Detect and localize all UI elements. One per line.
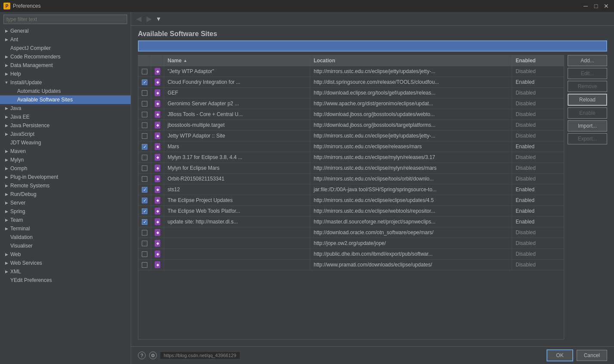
row-checkbox-13[interactable]: ✓ [138, 206, 151, 216]
sidebar-item-code-rec[interactable]: ▶Code Recommenders [0, 52, 131, 61]
table-row[interactable]: ◈jbosstools-multiple.targethttp://downlo… [138, 120, 564, 131]
row-checkbox-9[interactable] [138, 163, 151, 173]
close-button[interactable]: ✕ [602, 2, 611, 10]
row-checkbox-1[interactable]: ✓ [138, 77, 151, 87]
checkbox-11[interactable]: ✓ [142, 187, 147, 193]
table-row[interactable]: ◈Geronimo Server Adapter p2 ...http://ww… [138, 98, 564, 109]
sidebar-filter-input[interactable] [3, 15, 127, 24]
back-button[interactable]: ◀ [134, 14, 143, 24]
checkbox-0[interactable] [142, 69, 147, 74]
checkbox-4[interactable] [142, 112, 147, 117]
row-checkbox-18[interactable] [138, 260, 151, 270]
row-checkbox-7[interactable]: ✓ [138, 141, 151, 152]
maximize-button[interactable]: □ [592, 2, 600, 10]
checkbox-16[interactable] [142, 241, 147, 246]
table-row[interactable]: ◈http://download.oracle.com/otn_software… [138, 227, 564, 238]
checkbox-10[interactable] [142, 176, 147, 182]
table-row[interactable]: ◈JBoss Tools - Core + Central U...http:/… [138, 109, 564, 120]
row-checkbox-2[interactable] [138, 88, 151, 98]
table-row[interactable]: ◈GEFhttp://download.eclipse.org/tools/ge… [138, 88, 564, 98]
row-checkbox-11[interactable]: ✓ [138, 184, 151, 195]
add-button[interactable]: Add... [568, 55, 607, 66]
row-checkbox-17[interactable] [138, 249, 151, 259]
sidebar-item-general[interactable]: ▶General [0, 27, 131, 35]
col-name[interactable]: Name ▲ [164, 55, 310, 66]
sidebar-item-data-mgmt[interactable]: ▶Data Management [0, 61, 131, 70]
content-filter-input[interactable]: type filter text [138, 40, 607, 52]
table-row[interactable]: ◈http://www.pramati.com/downloads/eclips… [138, 260, 564, 270]
row-checkbox-0[interactable] [138, 66, 151, 76]
export-button[interactable]: Export... [568, 133, 607, 144]
sidebar-item-spring[interactable]: ▶Spring [0, 207, 131, 216]
ok-button[interactable]: OK [547, 349, 573, 361]
sidebar-item-remote-sys[interactable]: ▶Remote Systems [0, 181, 131, 190]
sidebar-item-visualiser[interactable]: Visualiser [0, 242, 131, 250]
checkbox-8[interactable] [142, 155, 147, 160]
sidebar-item-help[interactable]: ▶Help [0, 70, 131, 78]
sidebar-item-java[interactable]: ▶Java [0, 104, 131, 113]
checkbox-17[interactable] [142, 251, 147, 257]
table-row[interactable]: ✓◈sts12jar:file:/D:/00A-java tool/SSH/Sp… [138, 184, 564, 195]
table-row[interactable]: ◈http://public.dhe.ibm.com/ibmdl/export/… [138, 249, 564, 260]
sidebar-item-run-debug[interactable]: ▶Run/Debug [0, 190, 131, 199]
sidebar-item-oomph[interactable]: ▶Oomph [0, 164, 131, 173]
sidebar-item-maven[interactable]: ▶Maven [0, 147, 131, 156]
table-row[interactable]: ◈Jetty WTP Adaptor :: Sitehttp://mirrors… [138, 131, 564, 141]
checkbox-15[interactable] [142, 230, 147, 236]
dropdown-button[interactable]: ▾ [155, 14, 162, 24]
sidebar-item-ant[interactable]: ▶Ant [0, 35, 131, 44]
table-row[interactable]: ◈http://jope.ow2.org/update/jope/Disable… [138, 238, 564, 249]
sidebar-item-yedit[interactable]: YEdit Preferences [0, 276, 131, 284]
sidebar-item-java-ee[interactable]: ▶Java EE [0, 113, 131, 121]
sidebar-item-jdt-weaving[interactable]: JDT Weaving [0, 138, 131, 147]
checkbox-12[interactable]: ✓ [142, 198, 147, 203]
row-checkbox-5[interactable] [138, 120, 151, 130]
edit-button[interactable]: Edit... [568, 68, 607, 79]
sidebar-item-plugin-dev[interactable]: ▶Plug-in Development [0, 173, 131, 181]
row-checkbox-14[interactable]: ✓ [138, 217, 151, 227]
sidebar-item-install-update[interactable]: ▼Install/Update [0, 78, 131, 87]
table-row[interactable]: ✓◈Cloud Foundry Integration for ...http:… [138, 77, 564, 88]
sidebar-item-mylyn[interactable]: ▶Mylyn [0, 156, 131, 164]
help-icon[interactable]: ? [138, 352, 146, 359]
checkbox-18[interactable] [142, 262, 147, 268]
sidebar-item-terminal[interactable]: ▶Terminal [0, 224, 131, 233]
sidebar-item-server[interactable]: ▶Server [0, 199, 131, 207]
reload-button[interactable]: Reload [568, 94, 607, 106]
table-row[interactable]: ◈Mylyn for Eclipse Marshttp://mirrors.us… [138, 163, 564, 174]
checkbox-9[interactable] [142, 165, 147, 171]
table-row[interactable]: ✓◈The Eclipse Web Tools Platfor...http:/… [138, 206, 564, 217]
sidebar-item-team[interactable]: ▶Team [0, 216, 131, 224]
checkbox-5[interactable] [142, 122, 147, 128]
row-checkbox-10[interactable] [138, 174, 151, 184]
row-checkbox-15[interactable] [138, 227, 151, 238]
row-checkbox-12[interactable]: ✓ [138, 195, 151, 205]
checkbox-2[interactable] [142, 90, 147, 96]
table-row[interactable]: ◈"Jetty WTP Adaptor"http://mirrors.ustc.… [138, 66, 564, 77]
row-checkbox-16[interactable] [138, 238, 151, 248]
minimize-button[interactable]: ─ [581, 2, 590, 10]
sidebar-item-auto-updates[interactable]: Automatic Updates [0, 87, 131, 95]
sidebar-item-aspectj[interactable]: AspectJ Compiler [0, 44, 131, 52]
sidebar-item-web[interactable]: ▶Web [0, 250, 131, 259]
sidebar-item-avail-software[interactable]: Available Software Sites [0, 95, 131, 104]
checkbox-1[interactable]: ✓ [142, 80, 147, 85]
sidebar-item-web-services[interactable]: ▶Web Services [0, 259, 131, 267]
forward-button[interactable]: ▶ [145, 14, 153, 24]
sidebar-item-xml[interactable]: ▶XML [0, 267, 131, 276]
checkbox-3[interactable] [142, 101, 147, 107]
sidebar-item-validation[interactable]: Validation [0, 233, 131, 242]
table-row[interactable]: ✓◈Marshttp://mirrors.ustc.edu.cn/eclipse… [138, 141, 564, 152]
checkbox-7[interactable]: ✓ [142, 144, 147, 150]
table-row[interactable]: ◈Orbit-R20150821153341http://mirrors.ust… [138, 174, 564, 184]
row-checkbox-3[interactable] [138, 98, 151, 109]
checkbox-13[interactable]: ✓ [142, 208, 147, 214]
row-checkbox-6[interactable] [138, 131, 151, 141]
table-row[interactable]: ✓◈update site: http://master.dl.s...http… [138, 217, 564, 227]
cancel-button[interactable]: Cancel [577, 350, 607, 361]
row-checkbox-4[interactable] [138, 109, 151, 119]
sidebar-item-javascript[interactable]: ▶JavaScript [0, 130, 131, 138]
checkbox-6[interactable] [142, 133, 147, 139]
import-button[interactable]: Import... [568, 120, 607, 132]
table-row[interactable]: ✓◈The Eclipse Project Updateshttp://mirr… [138, 195, 564, 206]
